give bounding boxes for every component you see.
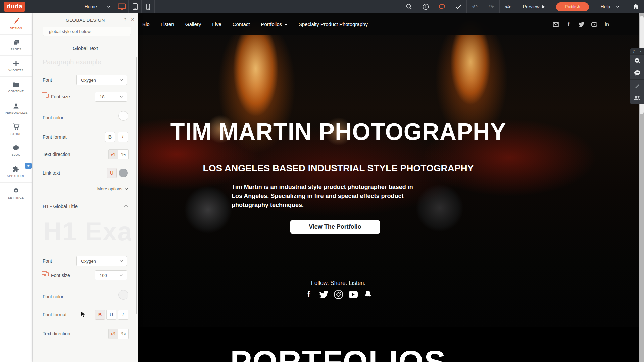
chevron-down-icon <box>284 23 288 25</box>
sidebar-item-settings[interactable]: SETTINGS <box>0 183 32 204</box>
desktop-icon <box>118 3 126 10</box>
font-color-swatch[interactable] <box>118 111 128 121</box>
link-color-swatch[interactable] <box>119 169 128 177</box>
page-selector-dropdown[interactable]: Home <box>80 0 115 13</box>
search-icon <box>406 4 412 10</box>
home-icon <box>633 4 639 9</box>
desktop-view-button[interactable] <box>115 0 128 13</box>
youtube-icon[interactable] <box>591 21 597 27</box>
person-icon <box>13 103 19 109</box>
twitter-icon[interactable] <box>319 290 328 299</box>
zoom-in-button[interactable] <box>630 54 644 67</box>
sidebar-item-personalize[interactable]: PERSONALIZE <box>0 98 32 119</box>
h1-rtl-direction-button[interactable]: ¶◂ <box>118 329 129 339</box>
info-icon <box>423 4 429 10</box>
h1-font-size-select[interactable]: 100 <box>95 270 127 280</box>
twitter-icon[interactable] <box>579 21 584 27</box>
toolbar-help-icon[interactable]: ? <box>633 49 635 53</box>
h1-text-direction-label: Text direction <box>43 331 70 337</box>
site-nav-bio[interactable]: Bio <box>142 21 150 27</box>
site-nav-specialty[interactable]: Specialty Product Photography <box>299 21 368 27</box>
instagram-icon[interactable] <box>334 290 343 299</box>
chevron-down-icon <box>125 188 128 190</box>
rtl-direction-button[interactable]: ¶◂ <box>118 149 129 159</box>
sidebar-item-content[interactable]: CONTENT <box>0 77 32 98</box>
dashboard-home-button[interactable] <box>627 0 644 13</box>
site-nav-socials: f in <box>553 13 610 35</box>
save-check-button[interactable] <box>450 0 466 13</box>
mobile-icon <box>146 4 150 10</box>
tablet-icon <box>133 3 138 10</box>
preview-button[interactable]: Preview <box>516 0 552 13</box>
feedback-button[interactable] <box>434 0 450 13</box>
mouse-cursor <box>81 311 86 318</box>
panel-scrollbar-thumb[interactable] <box>136 57 137 314</box>
help-dropdown[interactable]: Help <box>593 0 627 13</box>
h1-font-format-label: Font format <box>43 312 67 317</box>
undo-button[interactable]: ↶ <box>467 0 483 13</box>
preview-toolbar: ? × <box>630 48 644 104</box>
mobile-view-button[interactable] <box>142 0 154 13</box>
youtube-icon[interactable] <box>349 290 358 299</box>
site-nav-portfolios[interactable]: Portfolios <box>261 21 288 27</box>
h1-bold-button[interactable]: B <box>95 310 105 320</box>
editor-topbar: duda Home ↶ ↷ </> Preview Publis <box>0 0 644 13</box>
sidebar-item-store[interactable]: STORE <box>0 119 32 140</box>
h1-underline-button[interactable]: U <box>106 310 116 320</box>
brush-disabled-icon <box>634 83 640 89</box>
plus-icon <box>13 60 19 67</box>
h1-example-preview: H1 Example <box>43 217 131 246</box>
pilcrow-rtl-icon: ¶◂ <box>121 332 125 336</box>
site-nav-live[interactable]: Live <box>212 21 221 27</box>
pilcrow-ltr-icon: ▸¶ <box>111 332 115 336</box>
site-nav-contact[interactable]: Contact <box>233 21 250 27</box>
global-text-heading: Global Text <box>33 45 138 51</box>
more-options-link[interactable]: More options <box>97 186 128 191</box>
editor-sidebar: DESIGN PAGES WIDGETS CONTENT PERSONALIZE… <box>0 13 33 362</box>
search-button[interactable] <box>401 0 417 13</box>
email-icon[interactable] <box>553 21 559 27</box>
h1-italic-button[interactable]: I <box>118 310 128 320</box>
section-divider <box>43 350 131 350</box>
link-underline-button[interactable]: U <box>107 168 117 178</box>
bold-button[interactable]: B <box>105 132 115 142</box>
comments-button[interactable] <box>630 67 644 79</box>
sidebar-item-widgets[interactable]: WIDGETS <box>0 56 32 77</box>
link-text-label: Link text <box>43 170 60 176</box>
h1-font-color-swatch[interactable] <box>118 290 128 300</box>
sidebar-item-blog[interactable]: BLOG <box>0 140 32 161</box>
panel-close-icon[interactable]: × <box>131 16 134 23</box>
responsive-devices-icon <box>42 271 49 276</box>
h1-ltr-direction-button[interactable]: ▸¶ <box>108 329 118 339</box>
app-store-star-badge: ★ <box>25 163 32 169</box>
facebook-icon[interactable]: f <box>566 21 572 27</box>
sidebar-item-pages[interactable]: PAGES <box>0 35 32 56</box>
view-portfolio-button[interactable]: View The Portfolio <box>290 220 380 234</box>
panel-help-icon[interactable]: ? <box>124 17 126 22</box>
chat-bubble-orange-icon <box>439 4 445 10</box>
panel-title: GLOBAL DESIGN <box>33 18 138 23</box>
snapchat-icon[interactable] <box>363 290 373 299</box>
site-nav-gallery[interactable]: Gallery <box>185 21 201 27</box>
italic-button[interactable]: I <box>118 132 128 142</box>
collapse-chevron-icon[interactable] <box>124 205 128 207</box>
sidebar-item-design[interactable]: DESIGN <box>0 13 32 35</box>
publish-button[interactable]: Publish <box>556 2 589 11</box>
sidebar-item-app-store[interactable]: APP STORE ★ <box>0 161 32 183</box>
facebook-icon[interactable]: f <box>304 290 313 299</box>
hide-design-button[interactable] <box>630 79 644 92</box>
tablet-view-button[interactable] <box>129 0 141 13</box>
toolbar-close-icon[interactable]: × <box>640 49 642 53</box>
dev-mode-button[interactable]: </> <box>500 0 516 13</box>
info-button[interactable] <box>417 0 434 13</box>
ltr-direction-button[interactable]: ▸¶ <box>108 149 118 159</box>
h1-font-select[interactable]: Oxygen <box>76 256 127 266</box>
site-nav-listen[interactable]: Listen <box>161 21 174 27</box>
chevron-down-icon <box>120 96 123 98</box>
h1-font-size-label: Font size <box>51 273 70 278</box>
linkedin-icon[interactable]: in <box>604 21 610 27</box>
redo-button[interactable]: ↷ <box>483 0 499 13</box>
font-size-select[interactable]: 18 <box>95 92 127 102</box>
font-select[interactable]: Oxygen <box>76 75 127 85</box>
team-button[interactable] <box>630 92 644 104</box>
